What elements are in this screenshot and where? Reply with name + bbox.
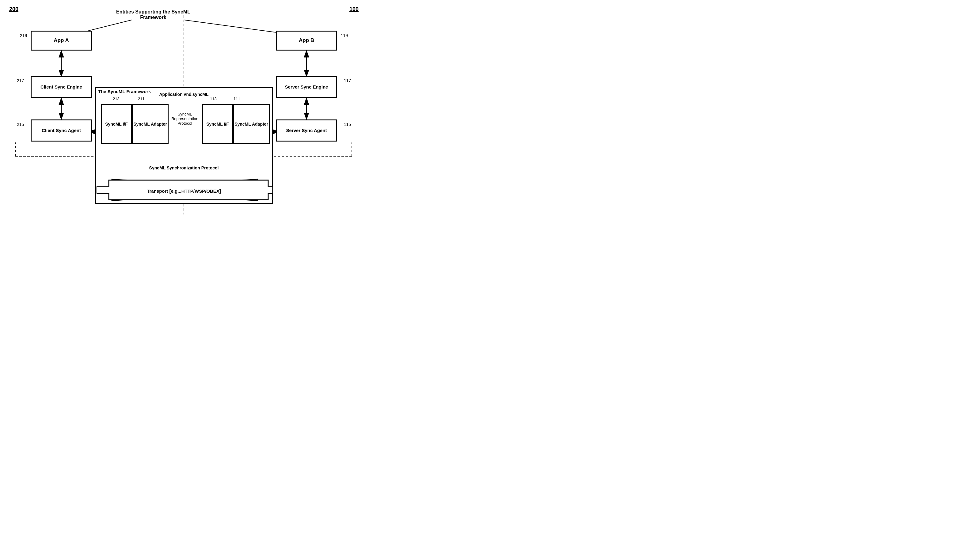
server-sync-agent-box: Server Sync Agent xyxy=(276,119,337,142)
syncml-sync-protocol-label: SyncML Synchronization Protocol xyxy=(119,165,248,170)
ref-219: 219 xyxy=(20,33,27,38)
transport-label: Transport [e,g...HTTP/WSP/OBEX] xyxy=(116,188,251,194)
ref-100: 100 xyxy=(349,6,358,13)
app-b-box: App B xyxy=(276,31,337,51)
syncml-if-client-box: SyncML I/F xyxy=(101,104,132,144)
ref-119: 119 xyxy=(341,33,348,38)
application-vnd-label: Application vnd.syncML xyxy=(132,92,236,97)
entities-supporting-label: Entities Supporting the SyncML Framework xyxy=(107,9,199,20)
ref-117: 117 xyxy=(344,78,351,83)
ref-115: 115 xyxy=(344,122,351,127)
ref-200: 200 xyxy=(9,6,18,13)
diagram-container: 200 100 Entities Supporting the SyncML F… xyxy=(0,0,368,215)
client-sync-engine-box: Client Sync Engine xyxy=(31,76,92,98)
server-sync-engine-box: Server Sync Engine xyxy=(276,76,337,98)
syncml-representation-label: SyncMLRepresentationProtocol xyxy=(168,112,202,126)
ref-215: 215 xyxy=(17,122,24,127)
syncml-if-server-box: SyncML I/F xyxy=(202,104,233,144)
ref-111: 111 xyxy=(234,97,240,101)
ref-217: 217 xyxy=(17,78,24,83)
ref-113: 113 xyxy=(210,97,217,101)
client-sync-agent-box: Client Sync Agent xyxy=(31,119,92,142)
syncml-adapter-client-box: SyncML Adapter xyxy=(132,104,169,144)
syncml-adapter-server-box: SyncML Adapter xyxy=(233,104,270,144)
app-a-box: App A xyxy=(31,31,92,51)
ref-213: 213 xyxy=(113,97,119,101)
ref-211: 211 xyxy=(138,97,145,101)
